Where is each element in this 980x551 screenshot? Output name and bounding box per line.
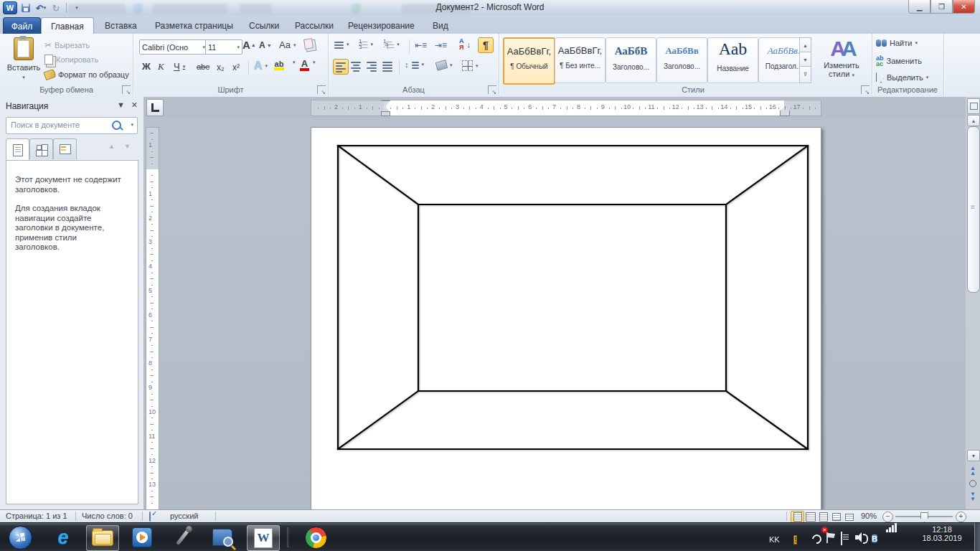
font-color-button[interactable]: А [300,58,309,71]
text-effects-button[interactable]: А▾ [254,60,268,72]
tab-stop-selector[interactable] [146,99,164,116]
restore-button[interactable]: ❐ [930,0,953,14]
tab-file[interactable]: Файл [3,17,41,34]
styles-scroll-down[interactable]: ▼ [799,52,811,67]
highlight-button[interactable]: ab [274,60,284,70]
tab-review[interactable]: Рецензирование [339,17,424,34]
nav-tab-pages[interactable] [29,138,53,159]
show-desktop-button[interactable] [974,523,980,551]
tab-mailings[interactable]: Рассылки [286,17,343,34]
next-page-button[interactable]: ▼▼ [967,491,979,502]
navigation-pane-close-icon[interactable]: ✕ [131,100,138,110]
language-tray-indicator[interactable]: KK [769,532,780,551]
page-number-indicator[interactable]: Страница: 1 из 1 [6,512,67,520]
change-case-button[interactable]: Аа▾ [279,39,296,50]
justify-button[interactable] [380,59,395,73]
style-heading2[interactable]: АаБбВв Заголово... [656,37,707,83]
change-styles-button[interactable]: AA Изменить стили ▾ [817,37,866,78]
copy-button[interactable]: Копировать [44,55,98,65]
styles-scroll-up[interactable]: ▲ [799,37,811,53]
document-page[interactable] [311,127,821,509]
taskbar-clock[interactable]: 12:18 18.03.2019 [911,525,973,551]
style-normal[interactable]: АаБбВвГг, ¶ Обычный [503,37,555,85]
replace-button[interactable]: abac Заменить [876,55,922,67]
show-paragraph-marks-button[interactable]: ¶ [478,37,494,53]
web-layout-view-button[interactable] [816,511,830,523]
style-title[interactable]: Ааb Название [707,37,758,83]
align-left-button[interactable] [333,59,349,75]
language-indicator[interactable]: русский [170,512,198,520]
grow-font-button[interactable]: А▲ [242,39,256,51]
tab-home[interactable]: Главная [41,17,94,34]
previous-heading-arrow[interactable]: ▲ [108,143,115,150]
scroll-down-arrow[interactable]: ▼ [967,450,980,461]
scroll-up-arrow[interactable]: ▲ [967,115,980,126]
document-search-input[interactable]: Поиск в документе ▾ [6,117,138,134]
select-browse-object-button[interactable] [967,479,979,489]
nav-tab-headings[interactable] [6,138,29,161]
shading-button[interactable]: ▾ [436,61,453,70]
superscript-button[interactable]: х² [232,62,240,72]
taskbar-internet-explorer[interactable]: e [47,525,79,550]
zoom-in-button[interactable]: + [956,512,966,522]
horizontal-ruler[interactable]: 211234567891011121314151617 [311,100,821,116]
bullets-button[interactable]: ▾ [334,40,349,49]
word-count-indicator[interactable]: Число слов: 0 [82,512,133,520]
paste-dropdown-arrow[interactable]: ▾ [22,75,25,80]
styles-dialog-launcher[interactable] [861,85,870,94]
sort-button[interactable]: АЯ ↓ [459,38,471,51]
taskbar-media-player[interactable] [126,525,158,550]
vertical-scrollbar-thumb[interactable] [967,126,980,293]
multilevel-list-button[interactable]: 1—·a—··i—▾ [383,40,400,49]
subscript-button[interactable]: х₂ [217,62,225,72]
tab-page-layout[interactable]: Разметка страницы [146,17,242,34]
paste-button[interactable]: Вставить ▾ [7,37,40,80]
increase-indent-button[interactable]: ⇥≡ [435,40,447,50]
clear-formatting-button[interactable] [304,39,313,49]
tray-bluetooth[interactable]: B [872,532,877,551]
tab-references[interactable]: Ссылки [240,17,288,34]
tab-insert[interactable]: Вставка [95,17,146,34]
strikethrough-button[interactable]: abe [197,62,209,71]
previous-page-button[interactable]: ▲▲ [967,465,979,476]
zoom-level-indicator[interactable]: 90% [861,512,877,520]
nav-tab-results[interactable] [53,138,77,159]
italic-button[interactable]: К [158,61,164,72]
select-button[interactable]: Выделить▾ [876,72,928,83]
shrink-font-button[interactable]: А▼ [259,40,272,50]
taskbar-chrome[interactable] [300,525,331,550]
close-button[interactable]: ✕ [953,0,975,14]
clipboard-dialog-launcher[interactable] [122,85,131,94]
minimize-button[interactable]: ▁ [908,0,930,14]
taskbar-word-active[interactable]: W [247,525,280,551]
find-button[interactable]: Найти▾ [876,39,918,47]
font-dialog-launcher[interactable] [317,85,326,94]
zoom-out-button[interactable]: − [882,512,893,522]
start-button[interactable] [4,525,36,550]
search-icon[interactable] [112,121,121,130]
next-heading-arrow[interactable]: ▼ [124,143,131,150]
align-right-button[interactable] [364,59,379,73]
tab-view[interactable]: Вид [423,17,458,34]
taskbar-windows-explorer[interactable] [86,525,119,551]
navigation-pane-menu-arrow[interactable]: ▼ [117,100,125,109]
print-layout-view-button[interactable] [791,511,804,523]
underline-button[interactable]: Ч▾ [174,61,185,72]
cut-button[interactable]: ✂ Вырезать [44,40,90,50]
left-indent-marker[interactable] [381,111,390,116]
format-painter-button[interactable]: Формат по образцу [44,70,129,79]
zoom-slider-thumb[interactable] [920,512,928,522]
tray-clipboard-tool[interactable] [841,532,842,551]
line-spacing-button[interactable]: ↕▾ [405,60,424,69]
style-no-spacing[interactable]: АаБбВвГг, ¶ Без инте... [555,37,606,83]
font-color-dropdown[interactable]: ▾ [313,60,316,65]
numbering-button[interactable]: 1—2—3—▾ [359,40,373,49]
ruler-toggle-button[interactable] [967,98,980,114]
vertical-ruler[interactable]: 112345678910111213 [146,127,159,509]
styles-more-button[interactable]: ⊽ [799,66,811,83]
style-heading1[interactable]: АаБбВ Заголово... [606,37,656,83]
spellcheck-icon[interactable] [149,512,151,521]
tray-warning[interactable]: ! [793,532,797,551]
taskbar-recorder[interactable] [166,525,198,550]
document-drawing[interactable] [311,128,821,509]
